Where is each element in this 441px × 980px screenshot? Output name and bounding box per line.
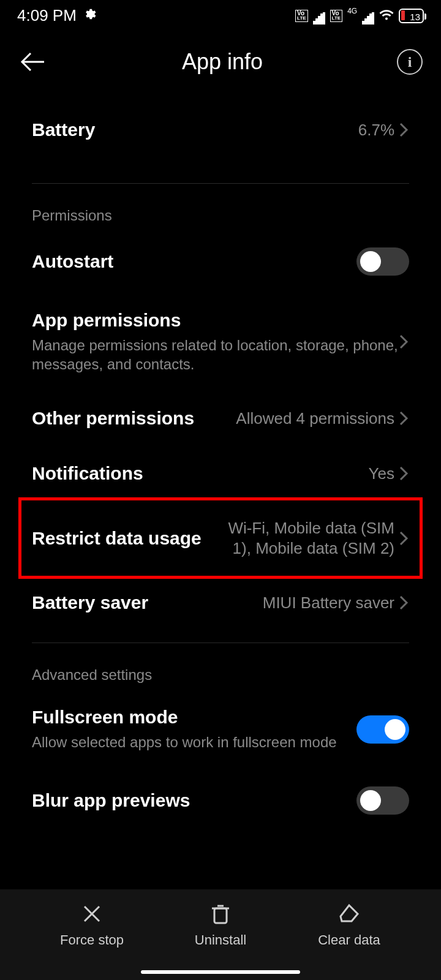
volte-icon: VoLTE xyxy=(295,10,308,22)
row-title: Battery xyxy=(32,119,358,140)
row-title: Blur app previews xyxy=(32,790,356,811)
network-4g-icon: 4G xyxy=(347,7,357,15)
section-permissions: Permissions xyxy=(32,184,409,230)
row-title: App permissions xyxy=(32,310,399,331)
row-title: Other permissions xyxy=(32,408,236,429)
battery-percent: 13 xyxy=(410,12,420,22)
action-label: Force stop xyxy=(60,932,124,948)
row-value: Allowed 4 permissions xyxy=(236,409,394,429)
row-battery[interactable]: Battery 6.7% xyxy=(32,89,409,171)
eraser-icon xyxy=(337,902,361,926)
chevron-right-icon xyxy=(399,121,409,138)
volte-icon-2: VoLTE xyxy=(330,10,343,22)
row-restrict-data-usage[interactable]: Restrict data usage Wi-Fi, Mobile data (… xyxy=(32,501,409,575)
force-stop-button[interactable]: Force stop xyxy=(46,902,138,948)
signal-bars-icon xyxy=(313,10,325,22)
row-battery-saver[interactable]: Battery saver MIUI Battery saver xyxy=(32,575,409,630)
row-title: Fullscreen mode xyxy=(32,707,356,728)
status-time: 4:09 PM xyxy=(17,6,77,25)
bottom-action-bar: Force stop Uninstall Clear data xyxy=(0,889,441,980)
status-bar: 4:09 PM VoLTE VoLTE 4G 13 xyxy=(0,0,441,30)
section-advanced: Advanced settings xyxy=(32,643,409,690)
svg-marker-6 xyxy=(341,905,358,921)
row-subtitle: Allow selected apps to work in fullscree… xyxy=(32,733,356,752)
row-value: MIUI Battery saver xyxy=(263,593,394,613)
action-label: Uninstall xyxy=(195,932,246,948)
fullscreen-toggle[interactable] xyxy=(356,715,409,744)
chevron-right-icon xyxy=(399,465,409,482)
row-app-permissions[interactable]: App permissions Manage permissions relat… xyxy=(32,293,409,391)
row-subtitle: Manage permissions related to location, … xyxy=(32,336,399,374)
trash-icon xyxy=(208,902,233,926)
back-button[interactable] xyxy=(18,47,48,77)
chevron-right-icon xyxy=(399,333,409,350)
close-icon xyxy=(80,902,104,926)
home-indicator[interactable] xyxy=(141,970,300,974)
settings-gear-icon xyxy=(83,6,96,25)
row-autostart[interactable]: Autostart xyxy=(32,230,409,293)
battery-icon: 13 xyxy=(399,9,424,23)
row-title: Restrict data usage xyxy=(32,528,217,549)
page-title: App info xyxy=(48,49,397,75)
row-title: Autostart xyxy=(32,251,356,272)
row-title: Battery saver xyxy=(32,592,263,613)
row-value: 6.7% xyxy=(358,120,394,140)
row-value: Wi-Fi, Mobile data (SIM 1), Mobile data … xyxy=(217,518,394,558)
action-label: Clear data xyxy=(318,932,380,948)
row-fullscreen-mode[interactable]: Fullscreen mode Allow selected apps to w… xyxy=(32,690,409,769)
row-other-permissions[interactable]: Other permissions Allowed 4 permissions xyxy=(32,391,409,446)
signal-bars-icon-2 xyxy=(362,10,374,22)
uninstall-button[interactable]: Uninstall xyxy=(175,902,266,948)
info-icon[interactable]: i xyxy=(397,49,423,75)
chevron-right-icon xyxy=(399,530,409,547)
autostart-toggle[interactable] xyxy=(356,247,409,276)
app-bar: App info i xyxy=(0,30,441,89)
chevron-right-icon xyxy=(399,594,409,611)
clear-data-button[interactable]: Clear data xyxy=(303,902,395,948)
row-title: Notifications xyxy=(32,463,369,484)
svg-rect-3 xyxy=(214,908,227,923)
row-value: Yes xyxy=(369,464,394,484)
row-notifications[interactable]: Notifications Yes xyxy=(32,446,409,501)
row-blur-previews[interactable]: Blur app previews xyxy=(32,769,409,815)
chevron-right-icon xyxy=(399,410,409,427)
settings-list: Battery 6.7% Permissions Autostart App p… xyxy=(0,89,441,815)
blur-toggle[interactable] xyxy=(356,786,409,815)
wifi-icon xyxy=(379,6,394,25)
